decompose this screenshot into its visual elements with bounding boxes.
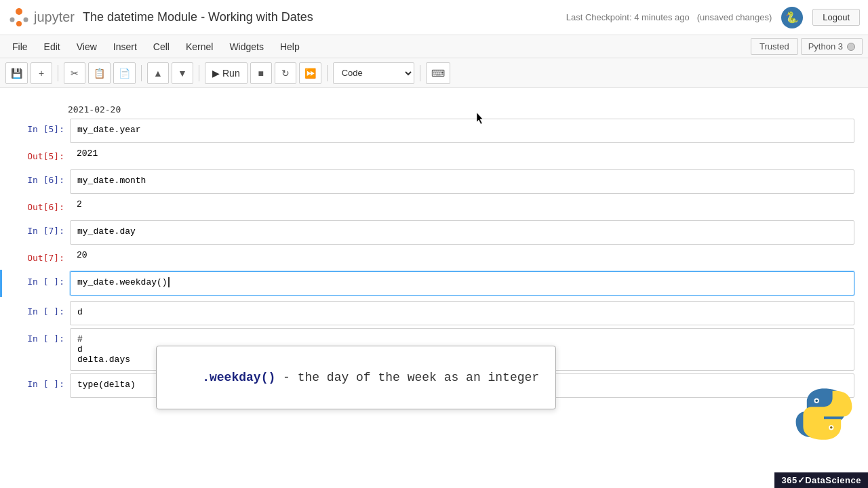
jupyter-text: jupyter	[34, 9, 75, 25]
keyboard-shortcuts-button[interactable]: ⌨	[426, 62, 450, 84]
cell-type-select[interactable]: Code	[333, 62, 414, 84]
svg-text:🐍: 🐍	[785, 11, 799, 24]
cell-d-input[interactable]: d	[70, 301, 854, 325]
svg-point-2	[10, 17, 15, 22]
cell-7: In [7]: my_date.day	[0, 219, 868, 246]
toolbar: 💾 + ✂ 📋 📄 ▲ ▼ ▶ Run ■ ↻ ⏩ Code ⌨	[0, 58, 868, 88]
menu-insert[interactable]: Insert	[106, 39, 144, 55]
tooltip-method: .weekday()	[202, 371, 275, 384]
kernel-status-circle	[847, 43, 855, 51]
cell-6-in-prompt: In [6]:	[2, 169, 70, 190]
move-up-button[interactable]: ▲	[147, 62, 169, 84]
cell-type-delta-in-prompt: In [ ]:	[2, 373, 70, 394]
cell-d-in-prompt: In [ ]:	[2, 301, 70, 322]
menu-cell[interactable]: Cell	[146, 39, 176, 55]
copy-button[interactable]: 📋	[88, 62, 111, 84]
cell-7-input[interactable]: my_date.day	[70, 220, 854, 245]
data-science-badge: 365✓DataScience	[774, 472, 868, 488]
add-cell-button[interactable]: +	[31, 62, 52, 84]
run-button[interactable]: ▶ Run	[205, 62, 248, 84]
trusted-button[interactable]: Trusted	[751, 38, 798, 55]
stop-button[interactable]: ■	[250, 62, 272, 84]
cell-comment-in-prompt: In [ ]:	[2, 328, 70, 349]
cell-5-out: Out[5]: 2021	[0, 144, 868, 168]
restart-run-button[interactable]: ⏩	[299, 62, 321, 84]
top-navbar: jupyter The datetime Module - Working wi…	[0, 0, 868, 35]
cell-7-out-prompt: Out[7]:	[2, 247, 70, 268]
menu-view[interactable]: View	[70, 39, 104, 55]
notebook-title: The datetime Module - Working with Dates	[83, 10, 553, 24]
jupyter-logo: jupyter	[8, 7, 75, 28]
menu-widgets[interactable]: Widgets	[222, 39, 271, 55]
cell-5: In [5]: my_date.year	[0, 117, 868, 144]
cell-active-in-prompt: In [ ]:	[2, 271, 70, 292]
cell-6-input[interactable]: my_date.month	[70, 169, 854, 194]
cell-5-output: 2021	[70, 146, 854, 161]
cell-6-out: Out[6]: 2	[0, 195, 868, 219]
toolbar-separator-3	[199, 65, 199, 81]
cell-6: In [6]: my_date.month	[0, 168, 868, 195]
cut-button[interactable]: ✂	[64, 62, 85, 84]
cell-6-output: 2	[70, 197, 854, 212]
move-down-button[interactable]: ▼	[172, 62, 193, 84]
cell-7-out: Out[7]: 20	[0, 246, 868, 270]
toolbar-separator-2	[141, 65, 142, 81]
weekday-tooltip: .weekday() - the day of the week as an i…	[156, 346, 556, 409]
menu-kernel[interactable]: Kernel	[179, 39, 220, 55]
svg-point-0	[16, 8, 22, 15]
cell-5-in-prompt: In [5]:	[2, 119, 70, 140]
save-button[interactable]: 💾	[5, 62, 28, 84]
paste-button[interactable]: 📄	[113, 62, 136, 84]
notebook-content: 2021-02-20 In [5]: my_date.year Out[5]: …	[0, 88, 868, 488]
cell-active: In [ ]: my_date.weekday()	[0, 270, 868, 297]
checkpoint-info: Last Checkpoint: 4 minutes ago (unsaved …	[566, 12, 772, 22]
svg-point-1	[16, 21, 22, 26]
logout-button[interactable]: Logout	[812, 9, 860, 26]
tooltip-dash: -	[275, 371, 297, 384]
cell-5-out-prompt: Out[5]:	[2, 146, 70, 167]
menu-edit[interactable]: Edit	[37, 39, 67, 55]
date-output: 2021-02-20	[0, 102, 868, 117]
toolbar-separator-4	[327, 65, 328, 81]
tooltip-description: the day of the week as an integer	[298, 371, 539, 384]
cell-6-out-prompt: Out[6]:	[2, 197, 70, 218]
python-logo-top: 🐍	[780, 5, 804, 30]
svg-point-3	[24, 17, 28, 22]
cell-5-input[interactable]: my_date.year	[70, 119, 854, 143]
cell-7-output: 20	[70, 247, 854, 263]
menu-help[interactable]: Help	[273, 39, 307, 55]
cell-d: In [ ]: d	[0, 300, 868, 327]
kernel-info: Python 3	[801, 38, 863, 55]
cell-active-input[interactable]: my_date.weekday()	[70, 271, 854, 296]
jupyter-icon	[8, 7, 30, 28]
cell-comment-line1: #	[77, 334, 847, 344]
menu-bar: File Edit View Insert Cell Kernel Widget…	[0, 35, 868, 58]
menu-file[interactable]: File	[5, 39, 35, 55]
cell-7-in-prompt: In [7]:	[2, 220, 70, 241]
toolbar-separator-5	[420, 65, 420, 81]
restart-button[interactable]: ↻	[275, 62, 296, 84]
toolbar-separator-1	[58, 65, 58, 81]
